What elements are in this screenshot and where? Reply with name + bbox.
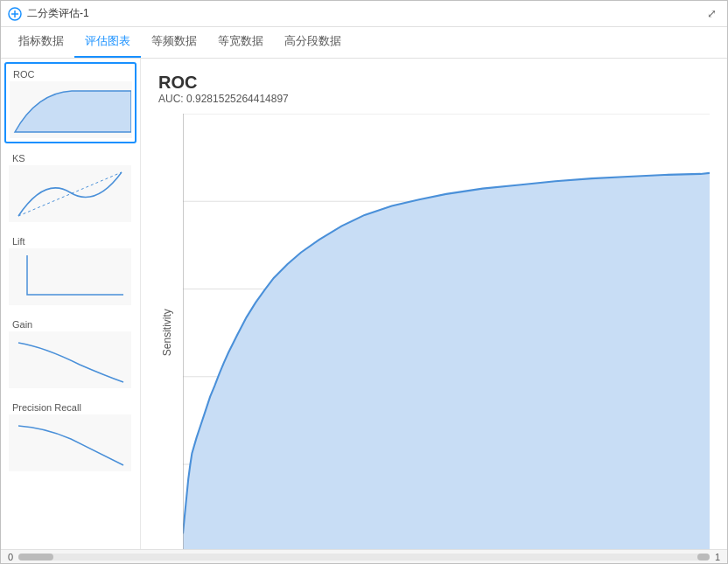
tab-equal-freq[interactable]: 等频数据 [141,26,207,58]
title-bar-right: ⤢ [703,5,720,23]
sidebar-item-roc-label: ROC [10,67,131,81]
ks-thumbnail [9,165,131,222]
lift-thumbnail [9,248,131,305]
scrollbar-left-label: 0 [3,552,18,562]
sidebar-item-pr-label: Precision Recall [9,400,132,414]
window-title: 二分类评估-1 [27,6,89,21]
chart-container: Sensitivity 1 0.8 0.5 0.3 [158,114,710,549]
chart-inner: 1 0.8 0.5 0.3 0 0 0.3 0.5 0.8 1 [183,114,710,549]
gain-thumbnail [9,331,131,388]
sidebar-item-gain[interactable]: Gain [4,313,136,393]
tab-eval-chart[interactable]: 评估图表 [74,26,141,58]
pr-thumbnail [9,414,131,471]
scrollbar-right-label: 1 [710,552,725,562]
tab-high-score[interactable]: 高分段数据 [274,26,352,58]
sidebar-item-precision-recall[interactable]: Precision Recall [4,396,136,476]
tab-metrics[interactable]: 指标数据 [8,26,74,58]
content-area: ROC KS Li [1,59,727,549]
expand-button[interactable]: ⤢ [703,5,720,23]
main-window: 二分类评估-1 ⤢ 指标数据 评估图表 等频数据 等宽数据 高分段数据 ROC [0,0,728,564]
y-axis-label: Sensitivity [158,114,176,549]
scrollbar-thumb-right[interactable] [697,554,710,561]
roc-chart-svg: 1 0.8 0.5 0.3 0 0 0.3 0.5 0.8 1 [183,114,710,549]
sidebar-item-lift-label: Lift [9,234,132,248]
scrollbar-area: 0 1 [1,549,727,563]
title-bar: 二分类评估-1 ⤢ [1,1,727,27]
sidebar-item-ks[interactable]: KS [4,147,136,226]
roc-thumbnail [10,81,132,138]
app-icon [8,7,22,21]
sidebar-item-lift[interactable]: Lift [4,230,136,310]
tab-bar: 指标数据 评估图表 等频数据 等宽数据 高分段数据 [1,27,727,59]
title-bar-left: 二分类评估-1 [8,6,89,21]
tab-equal-dist[interactable]: 等宽数据 [207,26,274,58]
sidebar-item-roc[interactable]: ROC [4,62,136,143]
main-chart-area: ROC AUC: 0.9281525264414897 Sensitivity [141,59,727,549]
scrollbar-thumb-left[interactable] [18,554,53,561]
sidebar: ROC KS Li [1,59,141,549]
chart-subtitle: AUC: 0.9281525264414897 [158,93,710,105]
chart-title: ROC [158,73,710,93]
scrollbar-track[interactable] [18,554,710,561]
sidebar-item-gain-label: Gain [9,317,132,331]
sidebar-item-ks-label: KS [9,151,132,165]
